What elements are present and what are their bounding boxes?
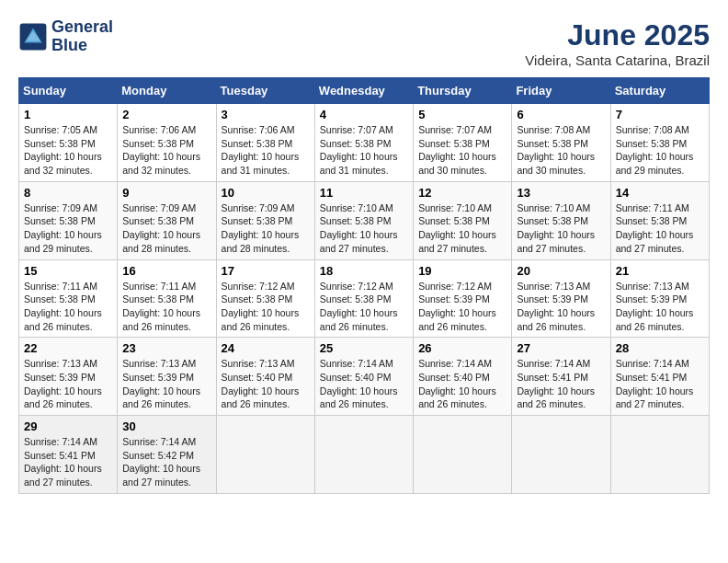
sunset-time: Sunset: 5:41 PM xyxy=(517,372,588,383)
day-number: 17 xyxy=(222,264,310,278)
calendar-cell: 8 Sunrise: 7:09 AM Sunset: 5:38 PM Dayli… xyxy=(19,181,118,259)
day-info: Sunrise: 7:11 AM Sunset: 5:38 PM Dayligh… xyxy=(24,280,112,334)
daylight-hours: Daylight: 10 hours and 26 minutes. xyxy=(616,307,694,332)
sunset-time: Sunset: 5:42 PM xyxy=(122,450,194,461)
daylight-hours: Daylight: 10 hours and 27 minutes. xyxy=(122,463,200,488)
daylight-hours: Daylight: 10 hours and 26 minutes. xyxy=(122,307,200,332)
calendar-cell: 14 Sunrise: 7:11 AM Sunset: 5:38 PM Dayl… xyxy=(610,181,709,259)
weekday-header-monday: Monday xyxy=(118,78,216,104)
month-title: June 2025 xyxy=(525,18,710,52)
sunset-time: Sunset: 5:38 PM xyxy=(24,138,96,149)
day-number: 25 xyxy=(320,341,408,355)
day-number: 22 xyxy=(24,341,112,355)
calendar-cell: 2 Sunrise: 7:06 AM Sunset: 5:38 PM Dayli… xyxy=(118,104,216,182)
logo-line2: Blue xyxy=(51,37,113,55)
day-info: Sunrise: 7:07 AM Sunset: 5:38 PM Dayligh… xyxy=(418,123,506,178)
calendar-cell: 11 Sunrise: 7:10 AM Sunset: 5:38 PM Dayl… xyxy=(314,181,413,259)
daylight-hours: Daylight: 10 hours and 32 minutes. xyxy=(122,151,200,176)
sunrise-time: Sunrise: 7:13 AM xyxy=(24,358,97,369)
day-info: Sunrise: 7:14 AM Sunset: 5:41 PM Dayligh… xyxy=(24,435,112,489)
sunrise-time: Sunrise: 7:11 AM xyxy=(616,202,689,213)
sunrise-time: Sunrise: 7:13 AM xyxy=(616,281,689,292)
day-number: 18 xyxy=(320,264,408,278)
day-info: Sunrise: 7:14 AM Sunset: 5:41 PM Dayligh… xyxy=(616,357,704,411)
day-number: 16 xyxy=(122,264,210,278)
sunset-time: Sunset: 5:38 PM xyxy=(616,215,688,226)
sunrise-time: Sunrise: 7:13 AM xyxy=(222,358,295,369)
sunset-time: Sunset: 5:38 PM xyxy=(24,293,96,304)
sunset-time: Sunset: 5:38 PM xyxy=(418,215,490,226)
sunset-time: Sunset: 5:41 PM xyxy=(616,372,688,383)
day-info: Sunrise: 7:14 AM Sunset: 5:40 PM Dayligh… xyxy=(418,357,506,411)
day-info: Sunrise: 7:12 AM Sunset: 5:38 PM Dayligh… xyxy=(320,280,408,334)
day-number: 8 xyxy=(24,186,112,200)
weekday-header-tuesday: Tuesday xyxy=(216,78,314,104)
calendar-cell: 1 Sunrise: 7:05 AM Sunset: 5:38 PM Dayli… xyxy=(19,104,118,182)
calendar-cell: 18 Sunrise: 7:12 AM Sunset: 5:38 PM Dayl… xyxy=(314,259,413,338)
day-number: 27 xyxy=(517,341,605,355)
day-info: Sunrise: 7:06 AM Sunset: 5:38 PM Dayligh… xyxy=(122,123,210,178)
day-info: Sunrise: 7:13 AM Sunset: 5:39 PM Dayligh… xyxy=(122,357,210,411)
sunrise-time: Sunrise: 7:14 AM xyxy=(517,358,590,369)
sunset-time: Sunset: 5:38 PM xyxy=(122,138,194,149)
calendar-cell: 30 Sunrise: 7:14 AM Sunset: 5:42 PM Dayl… xyxy=(118,416,216,494)
sunrise-time: Sunrise: 7:07 AM xyxy=(418,124,492,135)
daylight-hours: Daylight: 10 hours and 28 minutes. xyxy=(122,229,200,254)
calendar-cell: 12 Sunrise: 7:10 AM Sunset: 5:38 PM Dayl… xyxy=(414,181,512,259)
calendar-cell: 6 Sunrise: 7:08 AM Sunset: 5:38 PM Dayli… xyxy=(512,104,610,182)
day-info: Sunrise: 7:08 AM Sunset: 5:38 PM Dayligh… xyxy=(517,123,605,178)
sunset-time: Sunset: 5:38 PM xyxy=(222,215,293,226)
title-area: June 2025 Videira, Santa Catarina, Brazi… xyxy=(525,18,710,68)
daylight-hours: Daylight: 10 hours and 30 minutes. xyxy=(418,151,496,176)
day-number: 21 xyxy=(616,264,704,278)
sunset-time: Sunset: 5:40 PM xyxy=(320,372,392,383)
calendar-cell: 13 Sunrise: 7:10 AM Sunset: 5:38 PM Dayl… xyxy=(512,181,610,259)
sunrise-time: Sunrise: 7:13 AM xyxy=(122,358,196,369)
day-info: Sunrise: 7:14 AM Sunset: 5:41 PM Dayligh… xyxy=(517,357,605,411)
calendar-cell xyxy=(216,416,314,494)
sunset-time: Sunset: 5:38 PM xyxy=(24,215,96,226)
sunrise-time: Sunrise: 7:10 AM xyxy=(517,202,590,213)
day-number: 4 xyxy=(320,108,408,121)
day-info: Sunrise: 7:05 AM Sunset: 5:38 PM Dayligh… xyxy=(24,123,112,178)
daylight-hours: Daylight: 10 hours and 27 minutes. xyxy=(320,229,398,254)
day-number: 26 xyxy=(418,341,506,355)
day-info: Sunrise: 7:11 AM Sunset: 5:38 PM Dayligh… xyxy=(122,280,210,334)
sunset-time: Sunset: 5:38 PM xyxy=(222,293,293,304)
calendar-cell: 7 Sunrise: 7:08 AM Sunset: 5:38 PM Dayli… xyxy=(610,104,709,182)
day-info: Sunrise: 7:12 AM Sunset: 5:38 PM Dayligh… xyxy=(222,280,310,334)
day-info: Sunrise: 7:14 AM Sunset: 5:40 PM Dayligh… xyxy=(320,357,408,411)
daylight-hours: Daylight: 10 hours and 26 minutes. xyxy=(418,385,496,410)
day-number: 30 xyxy=(122,419,210,433)
day-number: 23 xyxy=(122,341,210,355)
logo-icon xyxy=(18,22,48,52)
sunrise-time: Sunrise: 7:06 AM xyxy=(122,124,196,135)
weekday-header-sunday: Sunday xyxy=(19,78,118,104)
day-number: 19 xyxy=(418,264,506,278)
daylight-hours: Daylight: 10 hours and 26 minutes. xyxy=(222,385,300,410)
daylight-hours: Daylight: 10 hours and 29 minutes. xyxy=(24,229,102,254)
day-number: 13 xyxy=(517,186,605,200)
calendar-cell xyxy=(512,416,610,494)
daylight-hours: Daylight: 10 hours and 31 minutes. xyxy=(320,151,398,176)
calendar-cell: 15 Sunrise: 7:11 AM Sunset: 5:38 PM Dayl… xyxy=(19,259,118,338)
weekday-header-row: SundayMondayTuesdayWednesdayThursdayFrid… xyxy=(19,78,710,104)
sunset-time: Sunset: 5:38 PM xyxy=(320,215,392,226)
sunset-time: Sunset: 5:40 PM xyxy=(222,372,293,383)
calendar-cell: 16 Sunrise: 7:11 AM Sunset: 5:38 PM Dayl… xyxy=(118,259,216,338)
sunrise-time: Sunrise: 7:12 AM xyxy=(320,281,393,292)
day-info: Sunrise: 7:07 AM Sunset: 5:38 PM Dayligh… xyxy=(320,123,408,178)
day-info: Sunrise: 7:10 AM Sunset: 5:38 PM Dayligh… xyxy=(418,201,506,256)
day-info: Sunrise: 7:10 AM Sunset: 5:38 PM Dayligh… xyxy=(517,201,605,256)
sunrise-time: Sunrise: 7:09 AM xyxy=(122,202,196,213)
daylight-hours: Daylight: 10 hours and 26 minutes. xyxy=(24,385,102,410)
sunrise-time: Sunrise: 7:06 AM xyxy=(222,124,295,135)
daylight-hours: Daylight: 10 hours and 27 minutes. xyxy=(418,229,496,254)
sunset-time: Sunset: 5:38 PM xyxy=(517,138,588,149)
daylight-hours: Daylight: 10 hours and 27 minutes. xyxy=(616,385,694,410)
calendar-cell: 3 Sunrise: 7:06 AM Sunset: 5:38 PM Dayli… xyxy=(216,104,314,182)
sunset-time: Sunset: 5:38 PM xyxy=(616,138,688,149)
calendar-cell: 27 Sunrise: 7:14 AM Sunset: 5:41 PM Dayl… xyxy=(512,338,610,416)
sunrise-time: Sunrise: 7:12 AM xyxy=(222,281,295,292)
calendar-week-5: 29 Sunrise: 7:14 AM Sunset: 5:41 PM Dayl… xyxy=(19,416,710,494)
